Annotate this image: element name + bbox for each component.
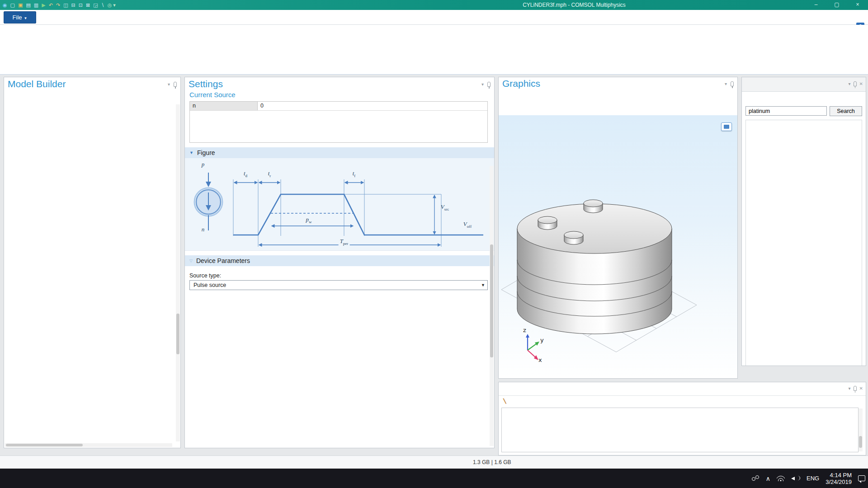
- device-parameters-label: Device Parameters: [196, 257, 250, 264]
- material-search-button[interactable]: Search: [830, 106, 862, 116]
- taskbar: ∧ ENG 4:14 PM 3/24/2019: [0, 469, 868, 488]
- close-button[interactable]: ×: [847, 0, 868, 10]
- memory-status: 1.3 GB | 1.6 GB: [473, 459, 511, 465]
- settings-panel: Settings ▾ Current Source n 0 ▼ Figure: [184, 77, 495, 448]
- people-icon[interactable]: [751, 475, 760, 482]
- save-icon[interactable]: ▤: [26, 0, 30, 9]
- panel-menu-icon[interactable]: ▾: [849, 386, 851, 391]
- tray-expand-icon[interactable]: ∧: [766, 475, 770, 482]
- titlebar: ◉▢▣▤▥▶↶↷◫⊟⊡⊠◲∖◎ ▾ CYLiNDER3f.mph - COMSO…: [0, 0, 868, 10]
- delete-icon[interactable]: ⊠: [86, 0, 90, 9]
- pin-icon[interactable]: [731, 81, 734, 86]
- figure-canvas: p n td tr tf pw Tper Vsrc Voff: [185, 158, 494, 251]
- notification-icon[interactable]: [858, 475, 865, 481]
- duplicate-icon[interactable]: ⊡: [79, 0, 83, 9]
- tree-horizontal-scrollbar[interactable]: [5, 443, 172, 447]
- graphics-title: Graphics: [502, 78, 540, 89]
- ribbon: [0, 25, 868, 75]
- ribbon-tab-row: File▼ ?: [0, 10, 868, 25]
- figure-section-label: Figure: [197, 149, 215, 156]
- source-type-value: Pulse source: [193, 282, 226, 288]
- node-name-header: n: [190, 102, 258, 110]
- find-icon[interactable]: ◎ ▾: [108, 0, 116, 9]
- tree-vertical-scrollbar[interactable]: [176, 104, 180, 441]
- figure-label-pw: pw: [305, 216, 313, 224]
- comsol-logo-icon[interactable]: ◉: [3, 0, 7, 9]
- volume-icon[interactable]: [791, 475, 800, 482]
- model-builder-toolbar: [4, 91, 180, 103]
- figure-section-header[interactable]: ▼ Figure: [185, 147, 494, 158]
- collapse-icon[interactable]: ▽: [189, 258, 193, 263]
- z-axis-label: z: [523, 327, 526, 333]
- material-search-input[interactable]: [745, 106, 827, 116]
- system-tray: ∧ ENG 4:14 PM 3/24/2019: [751, 469, 865, 488]
- panel-menu-icon[interactable]: ▾: [849, 81, 851, 86]
- close-icon[interactable]: ✕: [859, 81, 863, 86]
- redo-icon[interactable]: ↷: [56, 0, 60, 9]
- wifi-icon[interactable]: [777, 475, 785, 481]
- clear-icon[interactable]: ∖: [101, 0, 104, 9]
- node-name-value[interactable]: 0: [258, 102, 487, 110]
- graphics-panel: Graphics ▾: [498, 77, 738, 379]
- collapse-icon[interactable]: ▼: [189, 150, 193, 155]
- settings-vertical-scrollbar[interactable]: [490, 166, 494, 446]
- date: 3/24/2019: [826, 479, 852, 485]
- chevron-down-icon: ▼: [481, 283, 485, 287]
- add-material-tabs: ▾✕: [742, 77, 866, 92]
- panel-menu-icon[interactable]: ▾: [725, 81, 727, 86]
- settings-title: Settings: [189, 79, 223, 89]
- device-parameters: Source type: Pulse source ▼: [185, 266, 494, 290]
- save-as-icon[interactable]: ▥: [34, 0, 38, 9]
- source-type-label: Source type:: [189, 272, 488, 279]
- log-vertical-scrollbar[interactable]: [859, 408, 863, 451]
- language-indicator[interactable]: ENG: [807, 475, 819, 482]
- close-icon[interactable]: ✕: [859, 386, 863, 391]
- model-builder-panel: Model Builder ▾: [4, 77, 181, 448]
- device-parameters-section-header[interactable]: ▽ Device Parameters: [185, 255, 494, 266]
- panel-menu-icon[interactable]: ▾: [481, 82, 484, 87]
- 3d-scene: [499, 115, 737, 378]
- run-icon[interactable]: ▶: [42, 0, 45, 9]
- pin-icon[interactable]: [487, 82, 491, 87]
- figure-label-td: td: [244, 170, 247, 178]
- log-output[interactable]: [501, 408, 859, 452]
- select-icon[interactable]: ◲: [93, 0, 98, 9]
- y-axis-label: y: [540, 337, 544, 343]
- figure-label-n: n: [202, 226, 205, 233]
- settings-subtitle: Current Source: [185, 91, 494, 101]
- figure-label-tf: tf: [353, 170, 356, 178]
- graphics-canvas[interactable]: z y x: [499, 115, 737, 378]
- node-name-table[interactable]: n 0: [189, 101, 488, 143]
- maximize-button[interactable]: ▢: [826, 0, 847, 10]
- messages-panel: ▾✕ ∖: [498, 382, 866, 455]
- minimize-button[interactable]: –: [806, 0, 826, 10]
- clock[interactable]: 4:14 PM 3/24/2019: [826, 472, 852, 485]
- material-list: [745, 120, 862, 366]
- source-type-select[interactable]: Pulse source ▼: [189, 280, 488, 290]
- figure-label-vsrc: Vsrc: [441, 203, 449, 211]
- model-builder-title: Model Builder: [8, 79, 66, 89]
- plot-popup-icon[interactable]: [721, 122, 732, 131]
- chevron-down-icon: ▼: [24, 16, 28, 20]
- add-material-panel: ▾✕ Search: [741, 77, 866, 366]
- figure-label-voff: Voff: [463, 221, 472, 229]
- copy-icon[interactable]: ◫: [63, 0, 68, 9]
- pin-icon[interactable]: [854, 386, 857, 391]
- clear-log-icon[interactable]: ∖: [502, 397, 508, 405]
- undo-icon[interactable]: ↶: [49, 0, 53, 9]
- status-bar: 1.3 GB | 1.6 GB: [0, 455, 868, 469]
- window-controls: –▢×: [806, 0, 868, 10]
- panel-menu-icon[interactable]: ▾: [168, 82, 170, 87]
- pin-icon[interactable]: [854, 81, 857, 86]
- x-axis-label: x: [538, 357, 542, 363]
- window-title: CYLiNDER3f.mph - COMSOL Multiphysics: [479, 0, 669, 10]
- quick-access-toolbar: ◉▢▣▤▥▶↶↷◫⊟⊡⊠◲∖◎ ▾: [0, 0, 116, 9]
- figure-label-tper: Tper: [339, 238, 350, 246]
- add-material-toolbar: [742, 92, 866, 105]
- file-menu-button[interactable]: File▼: [4, 11, 36, 23]
- open-file-icon[interactable]: ▣: [18, 0, 23, 9]
- pin-icon[interactable]: [174, 82, 177, 87]
- figure-label-p: p: [202, 161, 205, 168]
- paste-icon[interactable]: ⊟: [71, 0, 75, 9]
- new-file-icon[interactable]: ▢: [10, 0, 15, 9]
